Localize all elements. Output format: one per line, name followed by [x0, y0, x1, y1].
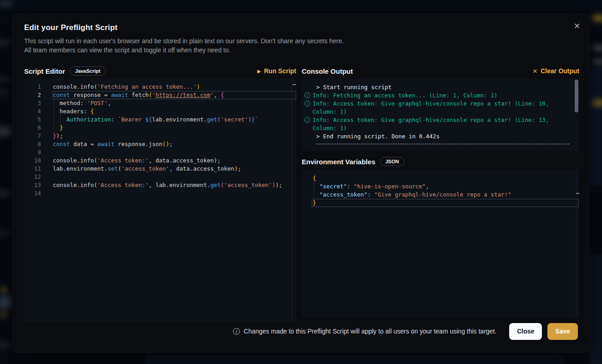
- footer-notice-text: Changes made to this Preflight Script wi…: [244, 328, 497, 335]
- run-script-button[interactable]: ▶ Run Script: [258, 67, 296, 75]
- clear-icon: ✕: [532, 68, 537, 75]
- backdrop-blob: [593, 100, 602, 106]
- clear-output-button[interactable]: ✕ Clear Output: [532, 67, 579, 75]
- right-column: Console Output ✕ Clear Output > Start ru…: [302, 65, 579, 317]
- backdrop-panel: [589, 67, 602, 186]
- code-text: }: [53, 124, 296, 132]
- line-number: 5: [24, 116, 53, 124]
- script-editor-section: Script Editor JavaScript ▶ Run Script 1c…: [24, 65, 296, 322]
- code-line[interactable]: 9: [24, 148, 296, 157]
- backdrop-blob: [0, 126, 12, 136]
- code-text: lab.environment.set('access_token', data…: [53, 165, 296, 173]
- code-text: [53, 173, 296, 181]
- run-script-label: Run Script: [264, 67, 296, 75]
- backdrop-blob: [593, 15, 602, 21]
- code-line[interactable]: 14: [24, 189, 296, 197]
- json-badge: JSON: [380, 157, 405, 166]
- modal-description-line1: This script will run in each user's brow…: [24, 36, 577, 46]
- code-text: const data = await response.json();: [53, 140, 296, 148]
- environment-variables-editor[interactable]: { "secret": "hive-is-open-source", "acce…: [302, 169, 579, 317]
- code-line[interactable]: 4 headers: {: [24, 107, 296, 116]
- console-scrollbar-thumb[interactable]: [575, 80, 578, 112]
- close-icon[interactable]: ✕: [572, 20, 582, 31]
- indent-guide: [54, 116, 54, 124]
- backdrop-blob: [0, 1, 13, 6]
- env-json-line[interactable]: }: [302, 199, 579, 207]
- line-number: 6: [24, 124, 53, 132]
- line-number: 10: [24, 157, 53, 165]
- backdrop-blob: [0, 190, 11, 197]
- console-output-title: Console Output: [302, 67, 353, 75]
- env-json-line[interactable]: "secret": "hive-is-open-source",: [302, 182, 579, 191]
- info-circle-icon: i: [304, 92, 310, 98]
- indent-guide: [314, 191, 314, 199]
- console-entry: iInfo: Fetching an access token... (Line…: [304, 91, 573, 100]
- modal-description-line2: All team members can view the script and…: [24, 46, 577, 55]
- line-number: 8: [24, 140, 53, 148]
- line-number: 9: [24, 148, 53, 157]
- console-entry: iInfo: Access token: Give graphql-hive/c…: [304, 116, 573, 132]
- backdrop-panel: [146, 354, 564, 364]
- code-line[interactable]: 11lab.environment.set('access_token', da…: [24, 165, 296, 173]
- console-entry-text: > End running script. Done in 0.442s: [304, 132, 573, 141]
- code-line[interactable]: 5 Authorization: `Bearer ${lab.environme…: [24, 116, 296, 124]
- indent-guide: [54, 124, 54, 132]
- editor-scrollbar-track[interactable]: [292, 79, 292, 322]
- console-output-panel[interactable]: > Start running scriptiInfo: Fetching an…: [302, 79, 579, 151]
- indent-guide: [54, 107, 54, 116]
- line-number: 14: [24, 189, 53, 197]
- code-line[interactable]: 12: [24, 173, 296, 181]
- code-line[interactable]: 8const data = await response.json();: [24, 140, 296, 148]
- code-line[interactable]: 6 }: [24, 124, 296, 132]
- line-number: 12: [24, 173, 53, 181]
- console-entry: > End running script. Done in 0.442s: [304, 132, 573, 141]
- console-entry-text: Info: Fetching an access token... (Line:…: [313, 91, 573, 100]
- code-text: const response = await fetch('https://te…: [53, 91, 296, 99]
- backdrop-blob: [593, 59, 602, 64]
- code-line[interactable]: 7});: [24, 132, 296, 140]
- code-text: method: 'POST',: [53, 99, 296, 107]
- language-badge: JavaScript: [70, 66, 106, 76]
- code-text: [53, 189, 296, 197]
- line-number: 2: [24, 91, 53, 99]
- console-entry-text: Info: Access token: Give graphql-hive/co…: [313, 100, 573, 116]
- info-circle-icon: i: [304, 117, 310, 123]
- line-number: 3: [24, 99, 53, 107]
- backdrop-blob: [0, 296, 12, 308]
- code-line[interactable]: 1console.info('Fetching an access token.…: [24, 83, 296, 91]
- script-code-editor[interactable]: 1console.info('Fetching an access token.…: [24, 79, 296, 322]
- modal-header: Edit your Preflight Script This script w…: [13, 14, 589, 55]
- code-line[interactable]: 2const response = await fetch('https://t…: [24, 91, 296, 99]
- backdrop-blob: [593, 46, 602, 51]
- line-number: 11: [24, 165, 53, 173]
- environment-variables-title: Environment Variables: [302, 158, 375, 166]
- console-entry-text: > Start running script: [304, 83, 573, 91]
- backdrop-blob: [0, 231, 10, 236]
- close-button[interactable]: Close: [509, 323, 542, 340]
- code-line[interactable]: 10console.info('Access token:', data.acc…: [24, 157, 296, 165]
- code-text: Authorization: `Bearer ${lab.environment…: [53, 116, 296, 124]
- code-text: console.info('Fetching an access token..…: [53, 83, 296, 91]
- code-line[interactable]: 3 method: 'POST',: [24, 99, 296, 107]
- modal-title: Edit your Preflight Script: [24, 23, 577, 32]
- save-button[interactable]: Save: [547, 323, 578, 340]
- env-json-line[interactable]: "access_token": "Give graphql-hive/conso…: [302, 191, 579, 199]
- env-overview-mark: [576, 193, 579, 194]
- code-text: headers: {: [53, 107, 296, 116]
- footer-notice: i Changes made to this Preflight Script …: [233, 328, 497, 335]
- play-icon: ▶: [258, 69, 261, 74]
- backdrop-blob: [0, 40, 11, 45]
- info-circle-icon: i: [304, 101, 310, 106]
- env-json-line[interactable]: {: [302, 174, 579, 182]
- code-text: console.info('Access token:', data.acces…: [53, 157, 296, 165]
- code-text: });: [53, 132, 296, 140]
- backdrop-blob: [0, 342, 11, 348]
- console-entry: iInfo: Access token: Give graphql-hive/c…: [304, 100, 573, 116]
- code-text: [53, 148, 296, 157]
- backdrop-blob: [1, 288, 6, 292]
- env-scrollbar-track[interactable]: [576, 169, 577, 317]
- line-number: 13: [24, 181, 53, 189]
- line-number: 4: [24, 107, 53, 116]
- info-icon: i: [233, 328, 240, 335]
- code-line[interactable]: 13console.info('Access token:', lab.envi…: [24, 181, 296, 189]
